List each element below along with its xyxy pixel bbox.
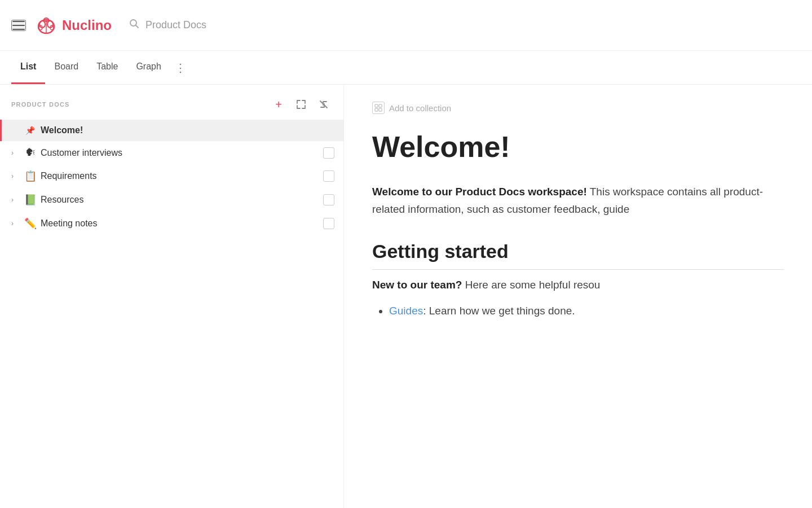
item-emoji-customer-interviews: 🗣 <box>24 147 37 159</box>
sidebar-item-requirements[interactable]: › 📋 Requirements <box>0 164 343 188</box>
pin-icon: 📌 <box>25 126 35 135</box>
chevron-icon: › <box>11 149 20 157</box>
getting-started-heading: Getting started <box>372 240 784 270</box>
document-intro-paragraph: Welcome to our Product Docs workspace! T… <box>372 183 784 218</box>
item-label-meeting-notes: Meeting notes <box>41 218 320 229</box>
sidebar-title: PRODUCT DOCS <box>11 101 264 108</box>
tab-list[interactable]: List <box>11 51 45 84</box>
item-label-resources: Resources <box>41 195 320 205</box>
new-to-team-bold: New to our team? <box>372 279 462 291</box>
sidebar-item-welcome[interactable]: 📌 Welcome! <box>0 120 343 141</box>
sidebar-item-resources[interactable]: › 📗 Resources <box>0 188 343 212</box>
item-checkbox-requirements[interactable] <box>323 170 334 182</box>
item-emoji-resources: 📗 <box>24 194 37 206</box>
item-checkbox-customer-interviews[interactable] <box>323 147 334 159</box>
add-to-collection-label: Add to collection <box>389 103 451 113</box>
chevron-icon: › <box>11 196 20 204</box>
guides-link[interactable]: Guides <box>389 305 423 317</box>
add-to-collection-btn[interactable]: Add to collection <box>372 102 784 114</box>
hamburger-line <box>12 29 25 30</box>
item-checkbox-meeting-notes[interactable] <box>323 218 334 229</box>
app-header: Nuclino Product Docs <box>0 0 812 51</box>
add-item-button[interactable]: + <box>270 96 287 113</box>
logo-icon <box>35 14 58 37</box>
guides-rest: : Learn how we get things done. <box>423 305 575 317</box>
svg-line-8 <box>136 25 139 28</box>
search-bar[interactable]: Product Docs <box>129 18 206 32</box>
logo-text: Nuclino <box>62 17 112 33</box>
svg-rect-9 <box>375 104 378 107</box>
item-checkbox-resources[interactable] <box>323 194 334 205</box>
hamburger-button[interactable] <box>11 20 26 31</box>
tabs-more-button[interactable]: ⋮ <box>170 51 191 84</box>
search-placeholder: Product Docs <box>145 19 206 31</box>
hamburger-line <box>12 25 25 26</box>
svg-rect-10 <box>379 104 382 107</box>
sidebar: PRODUCT DOCS + 📌 Welcome! <box>0 85 344 508</box>
main-layout: PRODUCT DOCS + 📌 Welcome! <box>0 85 812 508</box>
list-item-guides: Guides: Learn how we get things done. <box>389 305 784 317</box>
chevron-icon: › <box>11 172 20 180</box>
document-content: Add to collection Welcome! Welcome to ou… <box>344 85 812 508</box>
collection-icon <box>372 102 385 114</box>
sidebar-header: PRODUCT DOCS + <box>0 85 343 120</box>
sidebar-item-meeting-notes[interactable]: › ✏️ Meeting notes <box>0 212 343 235</box>
chevron-icon: › <box>11 220 20 227</box>
search-icon <box>129 18 140 32</box>
intro-bold: Welcome to our Product Docs workspace! <box>372 186 587 198</box>
expand-button[interactable] <box>293 96 310 113</box>
document-title: Welcome! <box>372 131 784 163</box>
item-label-customer-interviews: Customer interviews <box>41 148 320 158</box>
svg-rect-12 <box>379 108 382 111</box>
sidebar-item-customer-interviews[interactable]: › 🗣 Customer interviews <box>0 141 343 164</box>
item-label-requirements: Requirements <box>41 171 320 181</box>
logo-link[interactable]: Nuclino <box>35 14 112 37</box>
hamburger-line <box>12 21 25 22</box>
sidebar-items: 📌 Welcome! › 🗣 Customer interviews › 📋 R… <box>0 120 343 508</box>
item-label-welcome: Welcome! <box>41 125 334 135</box>
tab-table[interactable]: Table <box>87 51 127 84</box>
item-emoji-meeting-notes: ✏️ <box>24 217 37 230</box>
tab-graph[interactable]: Graph <box>127 51 170 84</box>
view-tabs: List Board Table Graph ⋮ <box>0 51 812 85</box>
item-emoji-requirements: 📋 <box>24 170 37 182</box>
new-to-team-paragraph: New to our team? Here are some helpful r… <box>372 277 784 294</box>
collapse-button[interactable] <box>315 96 332 113</box>
tab-board[interactable]: Board <box>45 51 87 84</box>
getting-started-list: Guides: Learn how we get things done. <box>372 305 784 317</box>
svg-rect-11 <box>375 108 378 111</box>
new-to-team-rest: Here are some helpful resou <box>462 279 600 291</box>
